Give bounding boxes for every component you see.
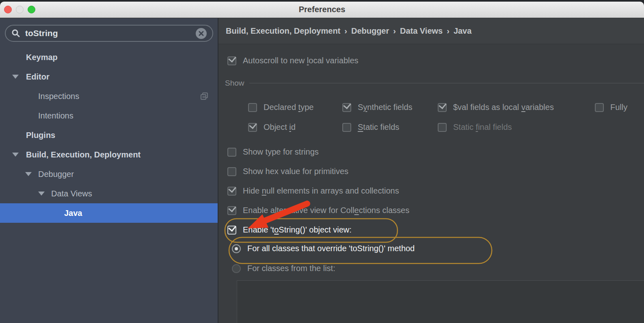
search-icon — [11, 29, 20, 38]
static-final-fields-checkbox[interactable] — [438, 123, 447, 132]
settings-search-field[interactable] — [5, 25, 213, 42]
preferences-window: Preferences Keymap — [0, 0, 644, 323]
object-id-option: Object id — [248, 122, 296, 133]
sidebar-item-keymap[interactable]: Keymap — [0, 47, 218, 67]
object-id-checkbox[interactable] — [248, 123, 257, 132]
autoscroll-checkbox[interactable] — [227, 56, 236, 65]
settings-sidebar: Keymap Editor Inspections Inten — [0, 18, 218, 323]
sidebar-item-data-views[interactable]: Data Views — [0, 184, 218, 203]
tostring-all-classes-radio[interactable] — [232, 244, 241, 253]
breadcrumb: Build, Execution, Deployment›Debugger›Da… — [226, 26, 471, 36]
synthetic-fields-checkbox[interactable] — [342, 103, 351, 112]
show-hex-checkbox[interactable] — [227, 167, 236, 176]
show-type-strings-option: Show type for strings — [227, 146, 319, 157]
sidebar-item-intentions[interactable]: Intentions — [0, 106, 218, 125]
enable-tostring-checkbox[interactable] — [227, 226, 236, 235]
tostring-classes-from-list-option: For classes from the list: — [232, 263, 335, 274]
section-divider — [249, 83, 644, 84]
clear-search-icon[interactable] — [196, 28, 207, 39]
sidebar-item-editor[interactable]: Editor — [0, 67, 218, 86]
sidebar-item-java[interactable]: Java — [0, 203, 218, 223]
zoom-button[interactable] — [28, 6, 35, 13]
page-header: Build, Execution, Deployment›Debugger›Da… — [218, 18, 644, 44]
close-button[interactable] — [4, 6, 12, 13]
chevron-down-icon[interactable] — [12, 75, 19, 79]
enable-tostring-option: Enable 'toString()' object view: — [227, 224, 352, 235]
val-fields-option: $val fields as local variables — [438, 102, 554, 113]
synthetic-fields-option: Synthetic fields — [342, 102, 413, 113]
main-area: Keymap Editor Inspections Inten — [0, 18, 644, 323]
enable-alternative-view-checkbox[interactable] — [227, 206, 236, 215]
show-type-strings-checkbox[interactable] — [227, 148, 236, 157]
show-section-label: Show — [225, 79, 244, 88]
tostring-all-classes-option: For all classes that override 'toString(… — [232, 243, 415, 254]
static-fields-option: Static fields — [342, 122, 399, 133]
sidebar-item-debugger[interactable]: Debugger — [0, 164, 218, 184]
search-input[interactable] — [24, 28, 192, 39]
show-section: Show — [225, 78, 644, 88]
fully-qualified-option: Fully — [595, 102, 627, 113]
sidebar-item-plugins[interactable]: Plugins — [0, 125, 218, 145]
chevron-down-icon[interactable] — [25, 172, 32, 176]
traffic-lights — [4, 2, 35, 17]
chevron-down-icon[interactable] — [12, 153, 19, 157]
val-fields-checkbox[interactable] — [438, 103, 447, 112]
titlebar: Preferences — [0, 2, 644, 18]
minimize-button[interactable] — [16, 6, 24, 13]
settings-tree: Keymap Editor Inspections Inten — [0, 47, 218, 223]
declared-type-checkbox[interactable] — [248, 103, 257, 112]
chevron-down-icon[interactable] — [38, 192, 45, 196]
show-hex-option: Show hex value for primitives — [227, 166, 348, 177]
static-fields-checkbox[interactable] — [342, 123, 351, 132]
static-final-fields-option: Static final fields — [438, 122, 512, 133]
autoscroll-option: Autoscroll to new local variables — [227, 55, 359, 66]
settings-page-java-data-views: Build, Execution, Deployment›Debugger›Da… — [218, 18, 644, 323]
tostring-classes-list[interactable] — [237, 280, 644, 323]
tostring-classes-from-list-radio[interactable] — [232, 264, 241, 273]
hide-null-checkbox[interactable] — [227, 187, 236, 196]
window-title: Preferences — [299, 5, 346, 14]
sidebar-item-inspections[interactable]: Inspections — [0, 86, 218, 106]
sidebar-item-build-execution-deployment[interactable]: Build, Execution, Deployment — [0, 145, 218, 164]
hide-null-option: Hide null elements in arrays and collect… — [227, 185, 399, 196]
fully-qualified-checkbox[interactable] — [595, 103, 604, 112]
enable-alternative-view-option: Enable alternative view for Collections … — [227, 205, 409, 216]
declared-type-option: Declared type — [248, 102, 313, 113]
copy-icon — [200, 92, 209, 101]
